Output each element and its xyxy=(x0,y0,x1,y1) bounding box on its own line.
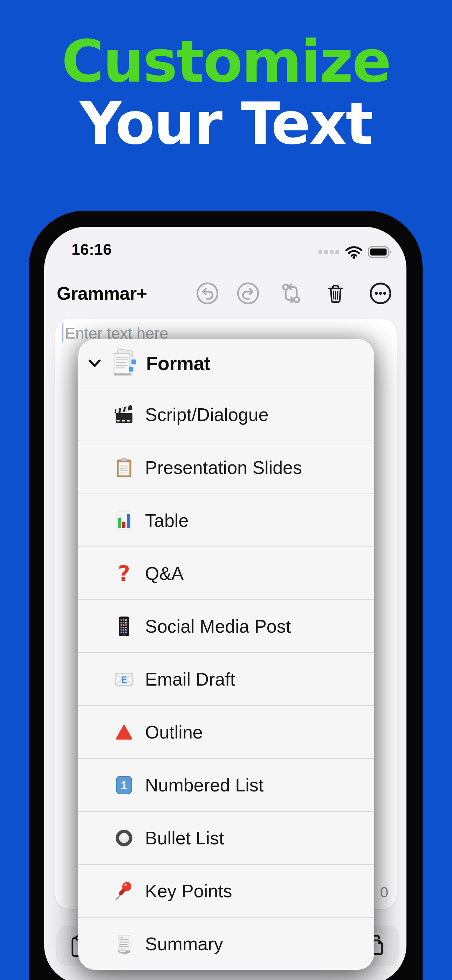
svg-text:E: E xyxy=(121,675,127,684)
redo-icon xyxy=(236,281,261,306)
menu-item-label: Key Points xyxy=(145,880,232,902)
menu-item-bullet-list[interactable]: Bullet List xyxy=(78,811,374,864)
mobile-phone-icon xyxy=(113,615,135,638)
menu-item-label: Email Draft xyxy=(145,669,235,690)
status-time: 16:16 xyxy=(72,241,112,258)
menu-item-label: Table xyxy=(145,510,188,531)
menu-item-label: Bullet List xyxy=(145,827,224,849)
hero-title-line2: Your Text xyxy=(0,93,452,155)
format-menu: Format Script/Dialogue xyxy=(78,339,374,970)
transfer-icon xyxy=(279,281,304,306)
chevron-down-icon xyxy=(86,355,103,372)
redo-button[interactable] xyxy=(236,281,261,306)
phone-screen: 16:16 Grammar+ xyxy=(44,227,406,980)
status-icons xyxy=(318,245,392,259)
ellipsis-circle-icon xyxy=(368,281,393,306)
menu-item-summary[interactable]: Summary xyxy=(78,917,374,970)
delete-button[interactable] xyxy=(323,281,348,306)
char-count: 0 xyxy=(380,884,388,901)
menu-item-label: Summary xyxy=(145,933,223,955)
menu-item-email-draft[interactable]: E Email Draft xyxy=(78,652,374,705)
svg-text:1: 1 xyxy=(121,778,127,792)
radio-button-icon xyxy=(113,827,135,849)
menu-item-script-dialogue[interactable]: Script/Dialogue xyxy=(78,388,374,441)
wifi-icon xyxy=(345,245,363,259)
menu-item-table[interactable]: Table xyxy=(78,493,374,546)
menu-item-outline[interactable]: Outline xyxy=(78,705,374,758)
keycap-one-icon: 1 xyxy=(113,774,135,796)
text-cursor xyxy=(62,323,64,342)
undo-icon xyxy=(195,281,220,306)
bookmark-tabs-icon xyxy=(108,347,140,380)
transfer-button[interactable] xyxy=(279,281,304,306)
undo-button[interactable] xyxy=(195,281,220,306)
hero-title-line1: Customize xyxy=(0,31,452,93)
format-menu-label: Format xyxy=(146,352,210,375)
red-question-mark-icon: ? xyxy=(113,562,135,585)
menu-item-social-media-post[interactable]: Social Media Post xyxy=(78,599,374,652)
menu-item-key-points[interactable]: Key Points xyxy=(78,864,374,917)
menu-item-presentation-slides[interactable]: Presentation Slides xyxy=(78,441,374,493)
format-menu-header[interactable]: Format xyxy=(78,339,374,388)
clipboard-icon xyxy=(113,457,135,479)
menu-item-label: Presentation Slides xyxy=(145,457,302,478)
menu-item-label: Outline xyxy=(145,722,203,743)
menu-item-label: Social Media Post xyxy=(145,616,291,637)
red-triangle-icon xyxy=(113,721,135,743)
pushpin-icon xyxy=(113,880,135,902)
menu-item-qa[interactable]: ? Q&A xyxy=(78,546,374,599)
more-button[interactable] xyxy=(368,281,393,306)
menu-item-label: Script/Dialogue xyxy=(145,404,269,425)
email-icon: E xyxy=(113,668,135,690)
trash-icon xyxy=(323,281,348,306)
menu-item-numbered-list[interactable]: 1 Numbered List xyxy=(78,758,374,811)
hero-title: Customize Your Text xyxy=(0,31,452,155)
page-curl-icon xyxy=(113,933,135,955)
cellular-signal-icon xyxy=(318,250,339,254)
menu-item-label: Numbered List xyxy=(145,775,264,795)
menu-item-label: Q&A xyxy=(145,563,184,584)
battery-icon xyxy=(368,246,392,258)
app-title: Grammar+ xyxy=(57,283,147,304)
bar-chart-icon xyxy=(113,509,135,532)
clapperboard-icon xyxy=(113,403,135,426)
